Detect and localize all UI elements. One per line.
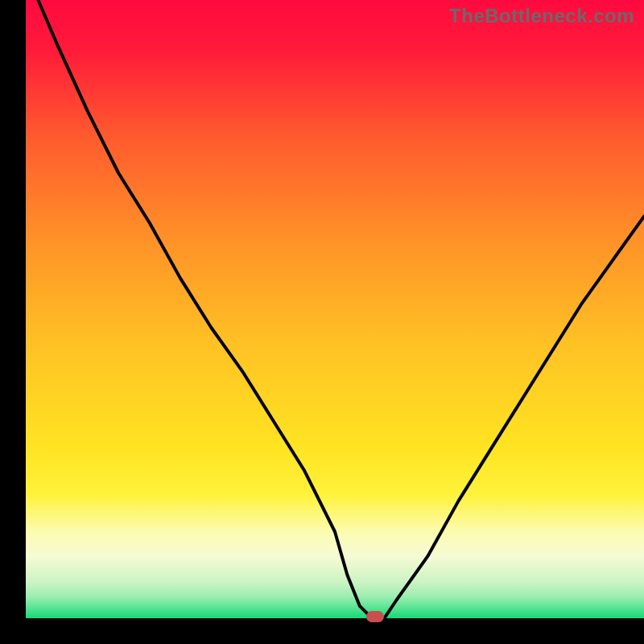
plot-area (26, 0, 644, 618)
watermark-text: TheBottleneck.com (449, 5, 634, 27)
chart-container: TheBottleneck.com (0, 0, 644, 644)
optimum-marker (366, 611, 384, 622)
bottleneck-chart (0, 0, 644, 644)
